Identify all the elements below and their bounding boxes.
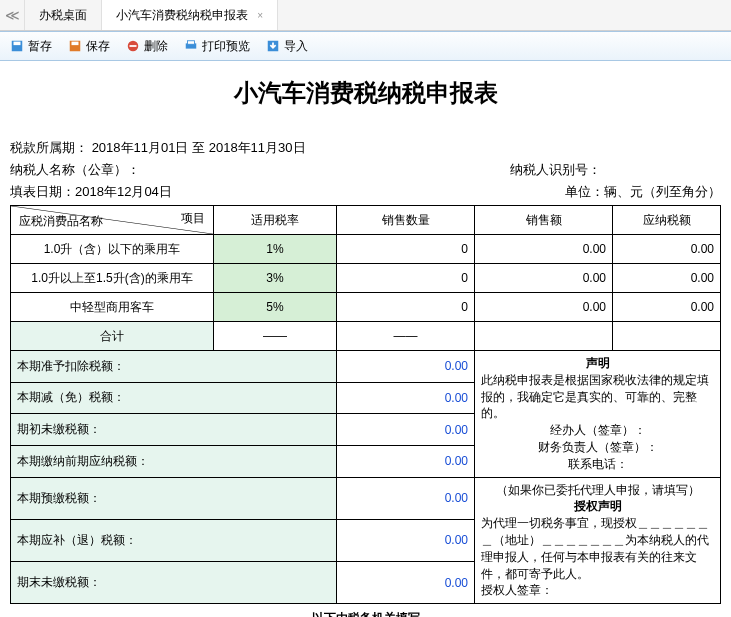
declaration-title: 声明 [481,355,714,372]
item-tax[interactable]: 0.00 [613,293,721,322]
item-amount[interactable]: 0.00 [475,293,613,322]
save-label: 保存 [86,38,110,55]
delete-label: 删除 [144,38,168,55]
item-qty[interactable]: 0 [337,235,475,264]
tab-bar: ≪ 办税桌面 小汽车消费税纳税申报表 × [0,0,731,31]
item-rate[interactable]: 1% [214,235,337,264]
tax-form-table: 项目 应税消费品名称 适用税率 销售数量 销售额 应纳税额 1.0升（含）以下的… [10,205,721,604]
diagonal-header: 项目 应税消费品名称 [11,206,214,235]
close-icon[interactable]: × [257,10,263,21]
row-label: 期末未缴税额： [11,561,337,603]
form-content: 小汽车消费税纳税申报表 税款所属期： 2018年11月01日 至 2018年11… [0,61,731,617]
item-rate[interactable]: 5% [214,293,337,322]
declaration-body: 此纳税申报表是根据国家税收法律的规定填报的，我确定它是真实的、可靠的、完整的。 [481,372,714,422]
amount-header: 销售额 [475,206,613,235]
item-name: 1.0升以上至1.5升(含)的乘用车 [11,264,214,293]
save-icon [68,39,82,53]
declaration-l3: 联系电话： [481,456,714,473]
import-button[interactable]: 导入 [262,36,312,57]
print-icon [184,39,198,53]
table-row: 中轻型商用客车 5% 0 0.00 0.00 [11,293,721,322]
item-name: 中轻型商用客车 [11,293,214,322]
row-value[interactable]: 0.00 [337,445,475,477]
page-title: 小汽车消费税纳税申报表 [10,77,721,109]
authorization-box: （如果你已委托代理人申报，请填写） 授权声明 为代理一切税务事宜，现授权＿＿＿＿… [475,477,721,604]
payer-name-label: 纳税人名称（公章）： [10,161,140,179]
declaration-l2: 财务负责人（签章）： [481,439,714,456]
declaration-box: 声明 此纳税申报表是根据国家税收法律的规定填报的，我确定它是真实的、可靠的、完整… [475,351,721,478]
delete-button[interactable]: 删除 [122,36,172,57]
item-amount[interactable]: 0.00 [475,264,613,293]
item-qty[interactable]: 0 [337,264,475,293]
save-button[interactable]: 保存 [64,36,114,57]
row-value[interactable]: 0.00 [337,561,475,603]
tab-label: 小汽车消费税纳税申报表 [116,8,248,22]
save-temp-icon [10,39,24,53]
payer-line: 纳税人名称（公章）： 纳税人识别号： [10,161,721,179]
declaration-l1: 经办人（签章）： [481,422,714,439]
date-line: 填表日期： 2018年12月04日 单位：辆、元（列至角分） [10,183,721,201]
delete-icon [126,39,140,53]
diag-top-label: 项目 [181,210,205,227]
auth-title: 授权声明 [481,498,714,515]
tab-active[interactable]: 小汽车消费税纳税申报表 × [102,0,278,30]
unit-label: 单位：辆、元（列至角分） [565,183,721,201]
diag-bottom-label: 应税消费品名称 [19,213,103,230]
row-value[interactable]: 0.00 [337,351,475,383]
table-header-row: 项目 应税消费品名称 适用税率 销售数量 销售额 应纳税额 [11,206,721,235]
total-label: 合计 [11,322,214,351]
fill-date-label: 填表日期： [10,183,75,201]
row-label: 期初未缴税额： [11,414,337,446]
tax-header: 应纳税额 [613,206,721,235]
total-row: 合计 —— —— [11,322,721,351]
table-row: 1.0升（含）以下的乘用车 1% 0 0.00 0.00 [11,235,721,264]
tabs-prev-button[interactable]: ≪ [0,0,25,30]
item-qty[interactable]: 0 [337,293,475,322]
qty-header: 销售数量 [337,206,475,235]
table-row: 本期预缴税额： 0.00 （如果你已委托代理人申报，请填写） 授权声明 为代理一… [11,477,721,519]
import-label: 导入 [284,38,308,55]
row-label: 本期减（免）税额： [11,382,337,414]
fill-date-value: 2018年12月04日 [75,183,172,201]
toolbar: 暂存 保存 删除 打印预览 导入 [0,31,731,61]
item-amount[interactable]: 0.00 [475,235,613,264]
table-row: 1.0升以上至1.5升(含)的乘用车 3% 0 0.00 0.00 [11,264,721,293]
total-amount [475,322,613,351]
footer-header: 以下由税务机关填写 [10,604,721,617]
svg-rect-5 [130,45,137,47]
svg-rect-3 [72,42,79,46]
row-label: 本期应补（退）税额： [11,519,337,561]
auth-sign: 授权人签章： [481,582,714,599]
auth-line1: （如果你已委托代理人申报，请填写） [481,482,714,499]
row-label: 本期准予扣除税额： [11,351,337,383]
print-preview-button[interactable]: 打印预览 [180,36,254,57]
import-icon [266,39,280,53]
rate-header: 适用税率 [214,206,337,235]
period-line: 税款所属期： 2018年11月01日 至 2018年11月30日 [10,139,721,157]
period-label: 税款所属期： [10,140,88,155]
total-tax [613,322,721,351]
item-rate[interactable]: 3% [214,264,337,293]
total-dash: —— [337,322,475,351]
payer-id-label: 纳税人识别号： [510,161,601,179]
auth-body: 为代理一切税务事宜，现授权＿＿＿＿＿＿＿（地址）＿＿＿＿＿＿＿为本纳税人的代理申… [481,515,714,582]
row-value[interactable]: 0.00 [337,414,475,446]
row-value[interactable]: 0.00 [337,477,475,519]
row-value[interactable]: 0.00 [337,519,475,561]
item-tax[interactable]: 0.00 [613,264,721,293]
item-name: 1.0升（含）以下的乘用车 [11,235,214,264]
item-tax[interactable]: 0.00 [613,235,721,264]
row-label: 本期缴纳前期应纳税额： [11,445,337,477]
row-label: 本期预缴税额： [11,477,337,519]
save-temp-button[interactable]: 暂存 [6,36,56,57]
svg-rect-1 [14,42,21,46]
period-value: 2018年11月01日 至 2018年11月30日 [92,140,306,155]
save-temp-label: 暂存 [28,38,52,55]
row-value[interactable]: 0.00 [337,382,475,414]
print-label: 打印预览 [202,38,250,55]
table-row: 本期准予扣除税额： 0.00 声明 此纳税申报表是根据国家税收法律的规定填报的，… [11,351,721,383]
total-dash: —— [214,322,337,351]
tab-home[interactable]: 办税桌面 [25,0,102,30]
svg-rect-7 [188,41,195,45]
